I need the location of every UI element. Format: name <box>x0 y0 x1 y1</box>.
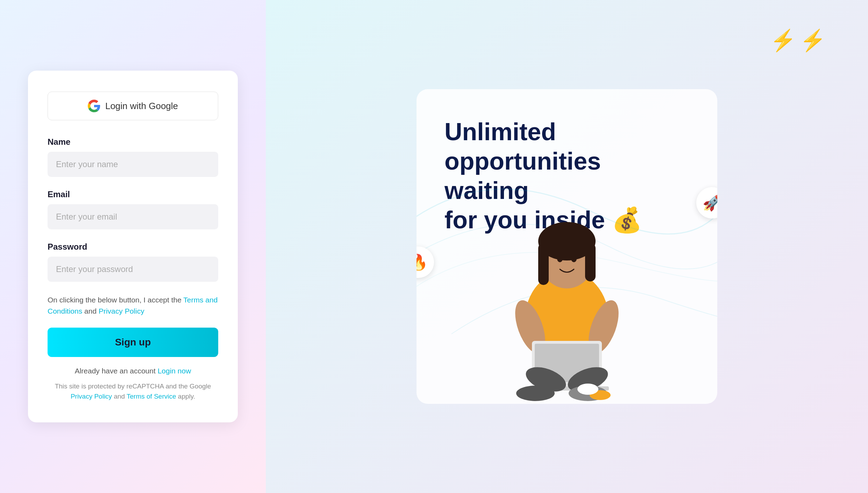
recaptcha-text: This site is protected by reCAPTCHA and … <box>48 381 218 401</box>
svg-rect-4 <box>585 243 596 281</box>
privacy-policy-link[interactable]: Privacy Policy <box>99 307 144 315</box>
svg-point-5 <box>557 255 563 262</box>
svg-rect-3 <box>538 243 549 285</box>
password-label: Password <box>48 242 218 252</box>
email-input[interactable] <box>48 204 218 229</box>
form-card: Login with Google Name Email Password On… <box>28 71 238 422</box>
svg-point-17 <box>577 384 598 395</box>
recaptcha-terms-link[interactable]: Terms of Service <box>127 393 176 400</box>
person-svg <box>476 208 658 404</box>
lightning-decoration: ⚡ ⚡ <box>770 28 826 53</box>
lightning-icon-1: ⚡ <box>770 28 796 53</box>
login-text: Already have an account Login now <box>48 367 218 375</box>
google-icon <box>88 100 100 112</box>
recaptcha-privacy-link[interactable]: Privacy Policy <box>71 393 112 400</box>
google-btn-label: Login with Google <box>105 101 178 112</box>
person-illustration <box>462 194 672 404</box>
password-field-group: Password <box>48 242 218 282</box>
terms-text: On clicking the below button, I accept t… <box>48 294 218 316</box>
email-field-group: Email <box>48 190 218 229</box>
svg-point-6 <box>571 255 577 262</box>
google-login-button[interactable]: Login with Google <box>48 92 218 120</box>
password-input[interactable] <box>48 257 218 282</box>
left-panel: Login with Google Name Email Password On… <box>0 0 266 493</box>
promo-card: Unlimited opportunities waiting for you … <box>417 89 717 404</box>
login-now-link[interactable]: Login now <box>158 367 191 375</box>
right-panel: ⚡ ⚡ Unlimited opportunities waiting for … <box>266 0 868 493</box>
email-label: Email <box>48 190 218 199</box>
lightning-icon-2: ⚡ <box>800 28 826 53</box>
name-label: Name <box>48 137 218 147</box>
rocket-badge: 🚀 <box>696 187 717 219</box>
signup-button[interactable]: Sign up <box>48 328 218 357</box>
name-field-group: Name <box>48 137 218 177</box>
name-input[interactable] <box>48 152 218 177</box>
fire-badge: 🔥 <box>417 246 434 278</box>
svg-point-15 <box>516 386 555 401</box>
